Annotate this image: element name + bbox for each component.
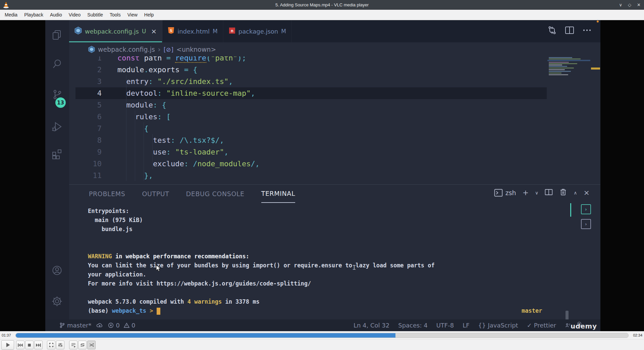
next-button[interactable] — [34, 341, 43, 349]
previous-button[interactable] — [16, 341, 24, 349]
breadcrumb-symbol[interactable]: <unknown> — [176, 46, 216, 53]
code-line[interactable]: 7 { — [75, 123, 547, 134]
fullscreen-button[interactable] — [47, 341, 55, 349]
token: [ — [166, 113, 171, 121]
status-utf-8[interactable]: UTF-8 — [436, 322, 454, 329]
terminal-text: webpack 5.73.0 compiled with — [88, 298, 187, 305]
kill-terminal-icon[interactable] — [559, 188, 567, 198]
tab-package.json[interactable]: npackage.jsonM — [223, 20, 292, 42]
terminal-session-2[interactable]: › — [581, 219, 591, 229]
problems-item[interactable]: 0 0 — [108, 322, 135, 329]
extended-settings-button[interactable] — [56, 341, 64, 349]
git-branch-item[interactable]: master* — [59, 322, 91, 329]
menu-media[interactable]: Media — [1, 10, 21, 20]
video-frame[interactable]: 13 webpack.config.jsU×5index.htmlMnpacka… — [0, 20, 644, 331]
status-spaces-4[interactable]: Spaces: 4 — [398, 322, 427, 329]
token: use — [153, 148, 166, 156]
stop-button[interactable] — [25, 341, 34, 349]
settings-gear-icon[interactable] — [51, 295, 64, 308]
total-time: 02:34 — [633, 331, 642, 339]
token: entry — [126, 77, 149, 86]
new-terminal-icon[interactable]: + — [523, 189, 529, 196]
extensions-icon[interactable] — [51, 147, 64, 161]
tab-status: M — [213, 28, 218, 35]
open-changes-icon[interactable] — [547, 26, 557, 36]
code-line[interactable]: 6 rules: [ — [75, 111, 547, 123]
panel-tab-terminal[interactable]: TERMINAL — [261, 185, 295, 203]
search-icon[interactable] — [51, 58, 64, 71]
shuffle-button[interactable] — [87, 341, 96, 349]
breadcrumb-file[interactable]: webpack.config.js — [98, 46, 155, 53]
html-icon: 5 — [168, 27, 174, 36]
tab-close-icon[interactable]: × — [151, 27, 157, 35]
code-line[interactable]: 10 exclude: /node_modules/, — [75, 158, 547, 170]
panel-tab-output[interactable]: OUTPUT — [142, 185, 169, 203]
minimize-button[interactable]: ∨ — [619, 2, 623, 7]
terminal-session-1[interactable]: › — [581, 204, 591, 214]
menu-subtitle[interactable]: Subtitle — [84, 10, 106, 20]
terminal-text: 4 warnings — [187, 298, 222, 305]
maximize-button[interactable]: ◇ — [628, 2, 631, 7]
code-line[interactable]: 8 test: /\.tsx?$/, — [75, 134, 547, 146]
panel-tab-debug-console[interactable]: DEBUG CONSOLE — [186, 185, 245, 203]
code-line[interactable]: 5 module: { — [75, 99, 547, 111]
token — [117, 171, 144, 180]
tab-webpack.config.js[interactable]: webpack.config.jsU× — [69, 20, 162, 42]
sync-item[interactable] — [96, 322, 103, 328]
token — [117, 89, 126, 97]
token: devtool — [126, 89, 158, 97]
terminal-line — [88, 288, 435, 297]
line-number: 9 — [86, 146, 102, 158]
status-lf[interactable]: LF — [463, 322, 469, 329]
loop-button[interactable] — [78, 341, 87, 349]
run-debug-icon[interactable] — [51, 120, 64, 134]
feedback-icon[interactable] — [565, 322, 571, 328]
terminal-output[interactable]: Entrypoints: main (975 KiB) bundle.jsWAR… — [88, 207, 435, 315]
code-line[interactable]: 4 devtool: "inline-source-map", — [75, 87, 547, 99]
menu-view[interactable]: View — [124, 10, 141, 20]
account-icon[interactable] — [51, 264, 64, 277]
cloud-upload-icon — [96, 322, 103, 328]
split-editor-icon[interactable] — [565, 26, 574, 36]
elapsed-time: 01:37 — [2, 331, 11, 339]
tab-index.html[interactable]: 5index.htmlM — [162, 20, 223, 42]
code-line[interactable]: 3 entry: "./src/index.ts", — [75, 76, 547, 87]
close-button[interactable]: ✕ — [637, 2, 641, 7]
menu-playback[interactable]: Playback — [21, 10, 47, 20]
minimap[interactable] — [547, 56, 590, 76]
warnings-icon — [124, 322, 129, 328]
menu-tools[interactable]: Tools — [106, 10, 124, 20]
more-actions-icon[interactable] — [582, 26, 592, 36]
chevron-down-icon[interactable]: ∨ — [535, 189, 538, 196]
errors-count: 0 — [116, 322, 119, 329]
play-button[interactable] — [1, 340, 14, 350]
shell-label[interactable]: zsh — [505, 189, 516, 196]
close-panel-icon[interactable]: × — [584, 189, 590, 196]
status-javascript[interactable]: {}JavaScript — [478, 322, 518, 329]
playlist-button[interactable] — [69, 341, 77, 349]
panel-tab-problems[interactable]: PROBLEMS — [89, 185, 125, 203]
indent-guide — [135, 111, 135, 181]
minimap-line — [549, 69, 565, 70]
seek-bar[interactable] — [15, 333, 629, 338]
code-line[interactable]: 9 use: "ts-loader", — [75, 146, 547, 158]
menu-help[interactable]: Help — [141, 10, 157, 20]
tab-status: U — [142, 28, 146, 35]
code-text: exclude: /node_modules/, — [117, 158, 260, 170]
token: : — [171, 136, 175, 144]
terminal-text: (base) — [88, 307, 112, 314]
split-terminal-icon[interactable] — [545, 188, 553, 197]
breadcrumb[interactable]: webpack.config.js › [⊘] <unknown> — [69, 42, 600, 56]
code-line[interactable]: 11 }, — [75, 170, 547, 181]
menu-video[interactable]: Video — [65, 10, 84, 20]
explorer-icon[interactable] — [51, 29, 64, 42]
menu-audio[interactable]: Audio — [47, 10, 65, 20]
token: { — [162, 101, 166, 109]
token: "ts-loader" — [175, 148, 224, 156]
minimap-line — [549, 73, 561, 74]
maximize-panel-icon[interactable]: ∧ — [574, 189, 577, 196]
status-prettier[interactable]: ✓Prettier — [527, 322, 556, 329]
code-line[interactable]: 2module.exports = { — [75, 64, 547, 76]
seek-row: 01:37 02:34 — [0, 331, 644, 339]
status-ln-4-col-32[interactable]: Ln 4, Col 32 — [354, 322, 389, 329]
